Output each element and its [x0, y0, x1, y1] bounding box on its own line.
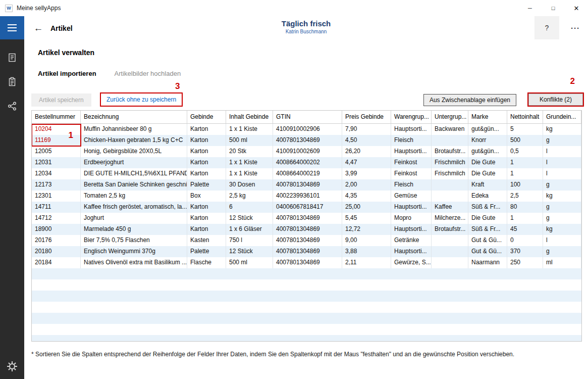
table-cell[interactable]: g: [543, 202, 581, 213]
table-cell[interactable]: 20184: [32, 257, 81, 268]
table-cell[interactable]: Englisch Weingummi 370g: [81, 246, 187, 257]
table-row[interactable]: 12301Tomaten 2,5 kgBox2,5 kg400223993610…: [32, 191, 581, 202]
table-cell[interactable]: 2,5 kg: [226, 191, 273, 202]
table-cell[interactable]: Muffin Johannisbeer 80 g: [81, 124, 187, 135]
table-cell[interactable]: 4100910002609: [273, 146, 342, 157]
table-row[interactable]: 20180Englisch Weingummi 370gPalette12 St…: [32, 246, 581, 257]
table-cell[interactable]: 20180: [32, 246, 81, 257]
table-cell[interactable]: 26,20: [342, 146, 391, 157]
table-cell[interactable]: Gut & Gü...: [468, 246, 507, 257]
table-cell[interactable]: Natives Olivenöl extra mit Basilikum ...: [81, 257, 187, 268]
column-header[interactable]: Gebinde: [187, 111, 226, 123]
table-cell[interactable]: 4,47: [342, 157, 391, 168]
table-cell[interactable]: gut&gün...: [468, 146, 507, 157]
table-cell[interactable]: g: [543, 179, 581, 191]
table-cell[interactable]: Feinkost: [391, 157, 432, 168]
column-header[interactable]: Untergrup...: [432, 111, 468, 123]
table-cell[interactable]: Feinkost: [391, 168, 432, 179]
table-cell[interactable]: 20176: [32, 235, 81, 246]
table-cell[interactable]: Knorr: [468, 135, 507, 146]
paste-from-clipboard-button[interactable]: Aus Zwischenablage einfügen: [423, 94, 516, 106]
table-row[interactable]: 12031ErdbeerjoghurtKarton1 x 1 Kiste4008…: [32, 157, 581, 168]
table-cell[interactable]: Backwaren: [432, 124, 468, 135]
table-cell[interactable]: gut&gün...: [468, 124, 507, 135]
table-cell[interactable]: 4008664000219: [273, 168, 342, 179]
table-cell[interactable]: 100: [507, 179, 543, 191]
table-cell[interactable]: g: [543, 246, 581, 257]
table-row[interactable]: 20184Natives Olivenöl extra mit Basiliku…: [32, 257, 581, 268]
table-cell[interactable]: [432, 246, 468, 257]
table-cell[interactable]: Bier 7,5% 0,75 Flaschen: [81, 235, 187, 246]
table-cell[interactable]: 1 x 1 Kiste: [226, 124, 273, 135]
table-cell[interactable]: 4007801304869: [273, 246, 342, 257]
table-row[interactable]: 20176Bier 7,5% 0,75 FlaschenKasten750 l4…: [32, 235, 581, 246]
table-cell[interactable]: Mopro: [391, 213, 432, 224]
table-cell[interactable]: 45: [507, 224, 543, 235]
table-cell[interactable]: 4007801304869: [273, 179, 342, 191]
table-cell[interactable]: 30 Dosen: [226, 179, 273, 191]
sidebar-item-articles[interactable]: [0, 70, 24, 94]
table-cell[interactable]: 1: [507, 157, 543, 168]
table-cell[interactable]: Palette: [187, 179, 226, 191]
table-row[interactable]: 14712JoghurtKarton12 Stück40078013048695…: [32, 213, 581, 224]
sidebar-item-settings[interactable]: [0, 356, 24, 377]
back-without-saving-button[interactable]: Zurück ohne zu speichern: [101, 93, 182, 106]
table-cell[interactable]: Die Gute: [468, 213, 507, 224]
table-cell[interactable]: Kaffee frisch geröstet, aromatisch, la..…: [81, 202, 187, 213]
table-cell[interactable]: Süß & Fr...: [468, 224, 507, 235]
column-header[interactable]: Grundein...: [543, 111, 581, 123]
table-cell[interactable]: 5,45: [342, 213, 391, 224]
table-cell[interactable]: Hauptsorti...: [391, 246, 432, 257]
table-cell[interactable]: Edeka: [468, 191, 507, 202]
table-cell[interactable]: [432, 135, 468, 146]
table-cell[interactable]: 20 Stk: [226, 146, 273, 157]
table-cell[interactable]: Karton: [187, 124, 226, 135]
conflicts-button[interactable]: Konflikte (2): [528, 93, 583, 106]
table-cell[interactable]: 4007801304869: [273, 213, 342, 224]
table-cell[interactable]: 370: [507, 246, 543, 257]
table-row[interactable]: 11169Chicken-Haxen gebraten 1,5 kg C+CKa…: [32, 135, 581, 146]
table-cell[interactable]: Gewürze, S...: [391, 257, 432, 268]
table-cell[interactable]: kg: [543, 224, 581, 235]
table-cell[interactable]: Karton: [187, 157, 226, 168]
table-cell[interactable]: Box: [187, 191, 226, 202]
table-cell[interactable]: 4007801304869: [273, 257, 342, 268]
table-cell[interactable]: kg: [543, 191, 581, 202]
table-cell[interactable]: 500 ml: [226, 135, 273, 146]
table-cell[interactable]: 12 Stück: [226, 213, 273, 224]
table-cell[interactable]: Palette: [187, 246, 226, 257]
table-cell[interactable]: Karton: [187, 146, 226, 157]
column-header[interactable]: Preis Gebinde: [342, 111, 391, 123]
table-cell[interactable]: Karton: [187, 213, 226, 224]
table-cell[interactable]: Fleisch: [391, 135, 432, 146]
table-cell[interactable]: 2,00: [342, 179, 391, 191]
table-cell[interactable]: kg: [543, 124, 581, 135]
table-cell[interactable]: 12173: [32, 179, 81, 191]
table-cell[interactable]: 1: [507, 213, 543, 224]
table-row[interactable]: 18900Marmelade 450 gKarton1 x 6 Gläser40…: [32, 224, 581, 235]
table-cell[interactable]: Die Gute: [468, 157, 507, 168]
table-cell[interactable]: Hauptsorti...: [391, 124, 432, 135]
table-cell[interactable]: 750 l: [226, 235, 273, 246]
column-header[interactable]: Nettoinhalt: [507, 111, 543, 123]
table-cell[interactable]: 1 x 6 Gläser: [226, 224, 273, 235]
table-cell[interactable]: Flasche: [187, 257, 226, 268]
table-cell[interactable]: 12005: [32, 146, 81, 157]
table-cell[interactable]: 6: [226, 202, 273, 213]
table-cell[interactable]: 25,00: [342, 202, 391, 213]
table-cell[interactable]: [432, 191, 468, 202]
table-cell[interactable]: 5: [507, 124, 543, 135]
table-cell[interactable]: Karton: [187, 224, 226, 235]
table-cell[interactable]: Hauptsorti...: [391, 202, 432, 213]
table-cell[interactable]: Milcherze...: [432, 213, 468, 224]
table-cell[interactable]: 1: [507, 168, 543, 179]
table-cell[interactable]: [432, 179, 468, 191]
table-cell[interactable]: Kasten: [187, 235, 226, 246]
table-cell[interactable]: 9,00: [342, 235, 391, 246]
table-cell[interactable]: Joghurt: [81, 213, 187, 224]
table-row[interactable]: 12005Honig, Gebirgsblüte 20X0,5LKarton20…: [32, 146, 581, 157]
table-cell[interactable]: Karton: [187, 202, 226, 213]
table-cell[interactable]: 12301: [32, 191, 81, 202]
table-cell[interactable]: 500: [507, 135, 543, 146]
more-options-button[interactable]: ···: [564, 16, 586, 39]
